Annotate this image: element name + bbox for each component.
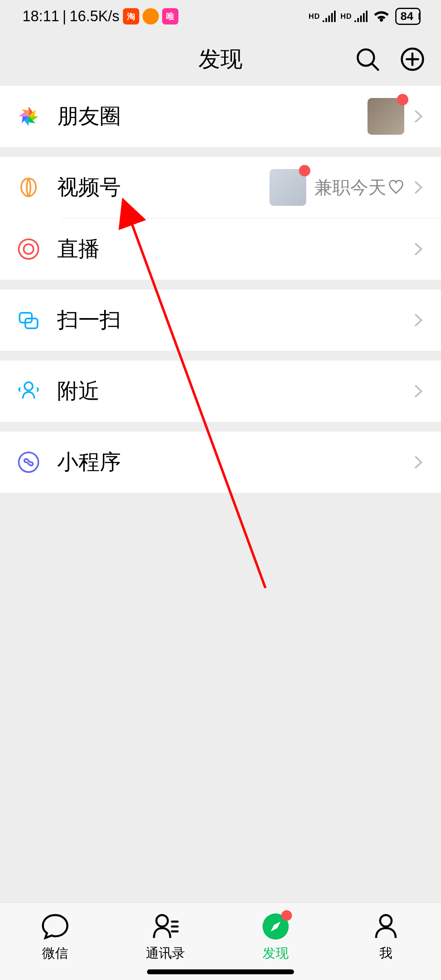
contacts-icon [151, 912, 180, 941]
channels-badge [299, 165, 310, 176]
app-icon-orange [143, 8, 159, 24]
item-moments[interactable]: 朋友圈 [0, 86, 441, 147]
svg-point-6 [24, 244, 33, 254]
channels-label: 视频号 [57, 173, 270, 202]
header: 发现 [0, 33, 441, 86]
svg-line-1 [372, 64, 378, 70]
battery-indicator: 84 [395, 8, 421, 25]
signal-1: HD [309, 11, 336, 22]
item-channels[interactable]: 视频号 兼职今天 [0, 157, 441, 218]
section-channels: 视频号 兼职今天 直播 [0, 157, 441, 280]
item-nearby[interactable]: 附近 [0, 361, 441, 422]
status-speed: 16.5K/s [69, 8, 119, 25]
tab-contacts-label: 通讯录 [146, 944, 185, 962]
miniprogram-icon [16, 450, 41, 474]
home-indicator[interactable] [147, 969, 294, 974]
svg-point-9 [24, 382, 33, 390]
channels-extra-text: 兼职今天 [314, 176, 404, 200]
chevron-icon [412, 181, 425, 194]
svg-point-10 [19, 452, 38, 472]
tab-contacts[interactable]: 通讯录 [129, 912, 202, 962]
svg-point-11 [156, 915, 168, 927]
status-time: 18:11 [22, 8, 59, 25]
moments-badge [397, 94, 408, 105]
section-miniprogram: 小程序 [0, 432, 441, 493]
me-icon [371, 912, 401, 941]
channels-icon [16, 175, 41, 200]
status-divider: | [62, 8, 66, 25]
live-label: 直播 [57, 235, 412, 263]
status-bar: 18:11 | 16.5K/s 淘 唯 HD HD 84 [0, 0, 441, 33]
tab-bar: 微信 通讯录 发现 [0, 902, 441, 980]
chat-icon [40, 912, 70, 941]
add-icon[interactable] [400, 47, 425, 71]
nearby-label: 附近 [57, 377, 412, 405]
item-live[interactable]: 直播 [0, 218, 441, 280]
status-left: 18:11 | 16.5K/s 淘 唯 [22, 8, 178, 25]
channels-thumbnail [270, 169, 306, 206]
section-nearby: 附近 [0, 361, 441, 422]
tab-me-label: 我 [379, 944, 392, 962]
live-icon [16, 237, 41, 261]
wifi-icon [372, 9, 390, 23]
tab-discover-label: 发现 [263, 944, 289, 962]
tab-chats[interactable]: 微信 [18, 912, 92, 962]
nearby-icon [16, 379, 41, 403]
app-icon-taobao: 淘 [123, 8, 139, 24]
chevron-icon [412, 110, 425, 122]
discover-badge [281, 910, 292, 921]
tab-discover[interactable]: 发现 [239, 912, 312, 962]
chevron-icon [412, 314, 425, 326]
tab-chats-label: 微信 [42, 944, 68, 962]
item-scan[interactable]: 扫一扫 [0, 290, 441, 351]
heart-icon [388, 179, 404, 196]
chevron-icon [412, 385, 425, 397]
miniprogram-label: 小程序 [57, 448, 412, 477]
app-icon-pink: 唯 [162, 8, 178, 24]
search-icon[interactable] [355, 47, 380, 71]
section-moments: 朋友圈 [0, 86, 441, 147]
svg-point-16 [380, 915, 392, 927]
moments-icon [16, 104, 41, 129]
moments-label: 朋友圈 [57, 102, 368, 131]
scan-icon [16, 308, 41, 332]
tab-me[interactable]: 我 [349, 912, 423, 962]
svg-point-5 [19, 239, 38, 259]
chevron-icon [412, 243, 425, 255]
section-scan: 扫一扫 [0, 290, 441, 351]
status-right: HD HD 84 [309, 8, 421, 25]
scan-label: 扫一扫 [57, 306, 412, 334]
chevron-icon [412, 456, 425, 468]
page-title: 发现 [198, 45, 243, 74]
signal-2: HD [341, 11, 368, 22]
item-miniprogram[interactable]: 小程序 [0, 432, 441, 493]
moments-thumbnail [368, 98, 404, 135]
